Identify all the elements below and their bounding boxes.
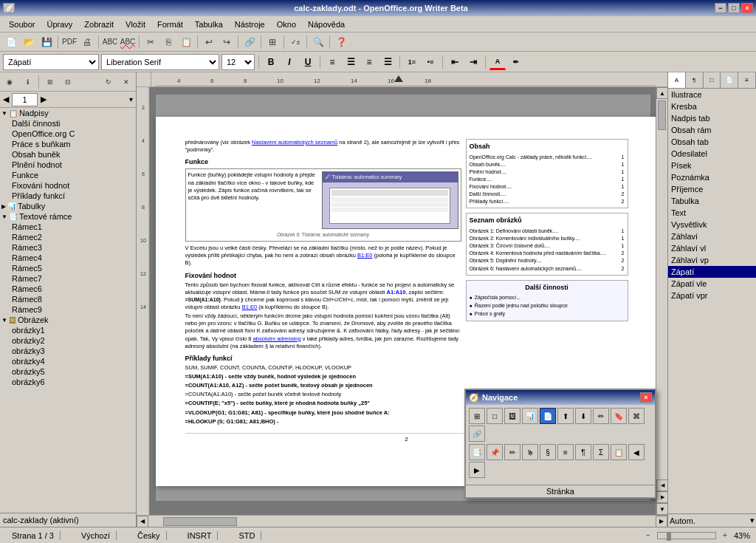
scroll-thumb[interactable] <box>658 100 666 130</box>
nav-item-fixovani[interactable]: Fixování hodnot <box>0 180 136 191</box>
menu-item-soubor[interactable]: Soubor <box>3 18 41 30</box>
minimize-button[interactable]: − <box>715 3 726 13</box>
nav-info-btn[interactable]: ℹ <box>19 74 35 90</box>
maximize-button[interactable]: □ <box>728 3 740 13</box>
style-item-zapati-vle[interactable]: Zápatí vle <box>668 278 756 290</box>
nav-section-frames[interactable]: ▼ 📑 Textové rámce <box>0 211 136 222</box>
nav-section-headings[interactable]: ▼ 📋 Nadpisy <box>0 108 136 118</box>
style-item-poznamka[interactable]: Poznámka <box>668 171 756 183</box>
pdf-btn[interactable]: PDF <box>61 34 78 50</box>
nav-win-header-btn[interactable]: ⬆ <box>557 408 574 424</box>
zoom-out-btn[interactable]: − <box>642 530 654 542</box>
nav-item-ramec8[interactable]: Rámec8 <box>0 294 136 304</box>
style-item-zapati-vpr[interactable]: Zápatí vpr <box>668 290 756 301</box>
nav-win-fieldcmd-btn[interactable]: ⌘ <box>628 408 645 424</box>
nav-win-textframe-btn[interactable]: □ <box>487 408 503 424</box>
paste-btn[interactable]: 📋 <box>178 34 194 50</box>
scroll-prev-page-btn[interactable]: ◀ <box>656 479 667 491</box>
nav-item-ramec1[interactable]: Rámec1 <box>0 222 136 232</box>
spellcheck-btn[interactable]: ABC <box>102 34 118 50</box>
bullet-list-btn[interactable]: •≡ <box>422 54 439 70</box>
h-scroll-right-btn[interactable]: ▶ <box>656 516 667 527</box>
print-btn[interactable]: 🖨 <box>79 34 95 50</box>
nav-win-reminder-btn[interactable]: 📌 <box>487 444 503 460</box>
nav-item-prace[interactable]: Práce s buňkam <box>0 139 136 149</box>
nav-item-ramec5[interactable]: Rámec5 <box>0 263 136 273</box>
highlight-btn[interactable]: ✏ <box>508 54 524 70</box>
open-btn[interactable]: 📂 <box>21 34 37 50</box>
italic-button[interactable]: I <box>281 54 298 70</box>
menu-item-zobrazit[interactable]: Zobrazit <box>78 18 120 30</box>
menu-item-npovda[interactable]: Nápověda <box>302 18 351 30</box>
nav-win-table-btn[interactable]: ⊞ <box>469 408 485 424</box>
styles-tab-char[interactable]: A <box>668 72 686 88</box>
nav-win-tbl-formula-btn[interactable]: Σ <box>593 444 609 460</box>
nav-item-img1[interactable]: obrázky1 <box>0 325 136 335</box>
redo-btn[interactable]: ↪ <box>219 34 235 50</box>
style-item-obsah-ram[interactable]: Obsah rám <box>668 124 756 136</box>
table-btn[interactable]: ⊞ <box>264 34 281 50</box>
nav-item-ramec7[interactable]: Rámec7 <box>0 273 136 284</box>
spellcheck2-btn[interactable]: ABC <box>120 34 136 50</box>
underline-button[interactable]: U <box>300 54 316 70</box>
h-scroll-left-btn[interactable]: ◀ <box>137 516 148 527</box>
decrease-indent-btn[interactable]: ⇤ <box>447 54 463 70</box>
nav-item-ramec9[interactable]: Rámec9 <box>0 304 136 315</box>
new-btn[interactable]: 📄 <box>3 34 19 50</box>
styles-tab-frame[interactable]: □ <box>704 72 721 88</box>
nav-more-btn[interactable]: ▾ <box>129 95 133 103</box>
nav-item-img2[interactable]: obrázky2 <box>0 335 136 346</box>
nav-item-obsah[interactable]: Obsah buněk <box>0 149 136 160</box>
zoom-level[interactable]: 43% <box>734 531 750 540</box>
style-item-zahlavı-vl[interactable]: Záhlaví vl <box>668 242 756 254</box>
nav-win-note-btn[interactable]: ✏ <box>593 408 609 424</box>
nav-win-arrow-next-btn[interactable]: ▶ <box>469 462 485 478</box>
scroll-next-page-btn[interactable]: ▶ <box>656 491 667 503</box>
nav-refresh-btn[interactable]: ↻ <box>100 74 117 90</box>
scroll-down-btn[interactable]: ▼ <box>656 503 667 515</box>
style-item-zahlavı[interactable]: Záhlaví <box>668 230 756 242</box>
nav-group-btn[interactable]: ⊞ <box>42 74 58 90</box>
style-item-pisek[interactable]: Písek <box>668 160 756 171</box>
menu-item-nstroje[interactable]: Nástroje <box>229 18 271 30</box>
zoom-btn[interactable]: 🔍 <box>310 34 326 50</box>
help-btn[interactable]: ❓ <box>333 34 349 50</box>
nav-win-para-btn[interactable]: ¶ <box>575 444 591 460</box>
active-doc-label[interactable]: calc-zaklady (aktivní) <box>0 513 136 527</box>
style-item-obsah-tab[interactable]: Obsah tab <box>668 136 756 148</box>
nav-win-list2-btn[interactable]: ≡ <box>557 444 574 460</box>
h-scroll-track[interactable] <box>148 516 656 527</box>
nav-win-fieldref-btn[interactable]: 🔗 <box>469 426 485 442</box>
nav-prev-btn[interactable]: ◀ <box>3 95 9 104</box>
nav-win-footer-btn[interactable]: ⬇ <box>575 408 591 424</box>
menu-item-tabulka[interactable]: Tabulka <box>189 18 229 30</box>
font-color-btn[interactable]: A <box>489 54 506 70</box>
style-item-vysvetlivk[interactable]: Vysvětlivk <box>668 219 756 230</box>
undo-btn[interactable]: ↩ <box>201 34 217 50</box>
nav-win-draw-btn[interactable]: ✏ <box>504 444 520 460</box>
style-item-zapati[interactable]: Zápatí <box>668 266 756 278</box>
font-size-select[interactable]: 12 <box>221 54 255 70</box>
num-list-btn[interactable]: 1≡ <box>404 54 420 70</box>
paragraph-style-select[interactable]: Zápatí <box>3 54 99 70</box>
align-left-btn[interactable]: ≡ <box>324 54 340 70</box>
nav-item-funkce[interactable]: Funkce <box>0 170 136 180</box>
nav-close-btn[interactable]: ✕ <box>118 74 134 90</box>
nav-item-priklady[interactable]: Příklady funkcí <box>0 191 136 201</box>
nav-item-ooo[interactable]: OpenOffice.org C <box>0 129 136 139</box>
nav-win-otherdoc-btn[interactable]: 📋 <box>611 444 627 460</box>
styles-tab-page[interactable]: 📄 <box>721 72 738 88</box>
nav-win-ctrl-btn[interactable]: 🖱 <box>522 444 538 460</box>
nav-win-chart-btn[interactable]: 📊 <box>522 408 538 424</box>
nav-section-images[interactable]: ▼ 🖼 Obrázek <box>0 315 136 325</box>
nav-item-ramec6[interactable]: Rámec6 <box>0 284 136 294</box>
menu-item-okno[interactable]: Okno <box>271 18 302 30</box>
save-btn[interactable]: 💾 <box>38 34 55 50</box>
h-scroll-thumb[interactable] <box>163 517 237 526</box>
nav-next-btn[interactable]: ▶ <box>41 95 47 104</box>
scroll-track[interactable] <box>656 99 667 479</box>
style-item-text[interactable]: Text <box>668 207 756 219</box>
bold-button[interactable]: B <box>263 54 279 70</box>
align-right-btn[interactable]: ≡ <box>361 54 377 70</box>
style-item-prijemce[interactable]: Příjemce <box>668 183 756 195</box>
